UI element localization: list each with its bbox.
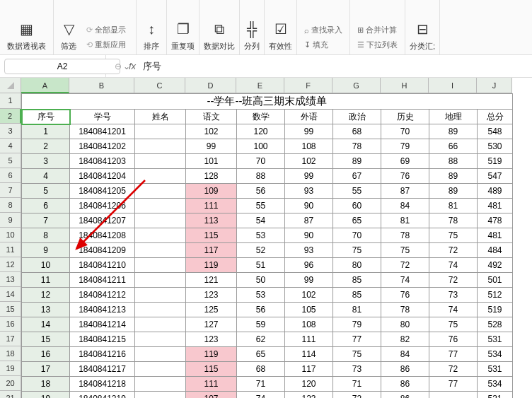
data-cell[interactable]: 86 [381, 362, 429, 377]
data-cell[interactable]: 86 [381, 377, 429, 392]
row-header[interactable]: 17 [0, 332, 21, 346]
data-cell[interactable]: 55 [333, 184, 381, 199]
data-cell[interactable]: 89 [429, 124, 478, 139]
data-cell[interactable]: 18 [22, 377, 70, 392]
data-cell[interactable]: 56 [237, 303, 285, 317]
data-cell[interactable]: 530 [478, 139, 513, 154]
data-cell[interactable]: 70 [381, 124, 429, 139]
title-cell[interactable]: --学年--班高三期末成绩单 [22, 94, 513, 110]
data-cell[interactable]: 78 [381, 303, 429, 317]
data-cell[interactable]: 117 [186, 243, 237, 258]
row-header[interactable]: 18 [0, 346, 21, 361]
data-cell[interactable]: 1840841209 [70, 243, 135, 258]
row-header[interactable]: 7 [0, 183, 21, 198]
row-header[interactable]: 5 [0, 153, 21, 168]
data-cell[interactable]: 80 [333, 258, 381, 273]
data-cell[interactable]: 519 [478, 154, 513, 169]
showall-button[interactable]: ⟳全部显示 [83, 23, 129, 37]
data-cell[interactable]: 72 [429, 273, 478, 288]
data-cell[interactable]: 102 [285, 288, 333, 303]
filter-button[interactable]: ▽ 筛选 [61, 20, 76, 52]
data-cell[interactable]: 55 [237, 199, 285, 213]
data-cell[interactable]: 89 [333, 154, 381, 169]
data-cell[interactable]: 14 [22, 317, 70, 332]
data-cell[interactable]: 99 [285, 273, 333, 288]
data-cell[interactable]: 70 [333, 228, 381, 243]
data-cell[interactable]: 78 [429, 213, 478, 228]
data-cell[interactable] [135, 347, 186, 362]
data-cell[interactable]: 8 [22, 228, 70, 243]
cancel-icon[interactable]: ⊖ [115, 62, 122, 71]
data-cell[interactable]: 9 [22, 243, 70, 258]
data-cell[interactable]: 81 [381, 213, 429, 228]
data-cell[interactable]: 99 [186, 139, 237, 154]
data-cell[interactable]: 1840841206 [70, 199, 135, 213]
data-cell[interactable]: 52 [237, 243, 285, 258]
reapply-button[interactable]: ⟲重新应用 [83, 38, 129, 52]
data-cell[interactable]: 15 [22, 332, 70, 347]
header-cell[interactable]: 数学 [237, 110, 285, 124]
data-cell[interactable]: 84 [381, 199, 429, 213]
data-cell[interactable]: 89 [429, 184, 478, 199]
col-header[interactable]: G [332, 78, 381, 93]
data-cell[interactable]: 76 [381, 288, 429, 303]
data-cell[interactable] [135, 288, 186, 303]
data-cell[interactable]: 17 [22, 362, 70, 377]
data-cell[interactable]: 72 [333, 392, 381, 399]
data-cell[interactable]: 1840841218 [70, 377, 135, 392]
data-cell[interactable]: 1840841212 [70, 288, 135, 303]
data-cell[interactable]: 79 [381, 139, 429, 154]
col-header[interactable]: B [69, 78, 134, 93]
data-cell[interactable]: 107 [186, 392, 237, 399]
data-cell[interactable]: 3 [22, 154, 70, 169]
data-cell[interactable]: 93 [285, 243, 333, 258]
data-cell[interactable]: 6 [22, 199, 70, 213]
row-header[interactable]: 2 [0, 109, 21, 124]
data-cell[interactable]: 77 [333, 332, 381, 347]
data-cell[interactable]: 99 [285, 169, 333, 184]
data-cell[interactable]: 19 [22, 392, 70, 399]
data-cell[interactable]: 127 [186, 317, 237, 332]
data-cell[interactable]: 1840841203 [70, 154, 135, 169]
data-cell[interactable]: 86 [381, 392, 429, 399]
row-header[interactable]: 12 [0, 257, 21, 272]
data-cell[interactable]: 11 [22, 273, 70, 288]
data-cell[interactable]: 489 [478, 184, 513, 199]
data-cell[interactable]: 119 [186, 347, 237, 362]
data-cell[interactable]: 115 [186, 228, 237, 243]
col-header[interactable]: C [134, 78, 185, 93]
row-header[interactable]: 9 [0, 213, 21, 228]
data-cell[interactable]: 111 [186, 377, 237, 392]
data-cell[interactable]: 1840841217 [70, 362, 135, 377]
data-cell[interactable]: 531 [478, 332, 513, 347]
data-cell[interactable]: 93 [285, 184, 333, 199]
data-cell[interactable]: 534 [478, 377, 513, 392]
data-cell[interactable]: 528 [478, 317, 513, 332]
data-cell[interactable] [135, 332, 186, 347]
data-cell[interactable]: 125 [186, 303, 237, 317]
data-cell[interactable]: 73 [333, 362, 381, 377]
data-cell[interactable]: 54 [237, 213, 285, 228]
row-header[interactable]: 3 [0, 124, 21, 139]
data-cell[interactable]: 96 [285, 258, 333, 273]
data-cell[interactable] [135, 392, 186, 399]
data-cell[interactable]: 120 [237, 124, 285, 139]
data-cell[interactable]: 90 [285, 228, 333, 243]
data-cell[interactable]: 5 [22, 184, 70, 199]
pivot-button[interactable]: ▦ 数据透视表 [0, 0, 54, 54]
data-cell[interactable]: 101 [186, 154, 237, 169]
data-cell[interactable] [135, 228, 186, 243]
merge-button[interactable]: ⊞合并计算 [354, 23, 400, 37]
data-cell[interactable]: 87 [285, 213, 333, 228]
header-cell[interactable]: 地理 [429, 110, 478, 124]
row-header[interactable]: 8 [0, 198, 21, 213]
fx-icon[interactable]: fx [129, 61, 136, 71]
cells-area[interactable]: --学年--班高三期末成绩单序号学号姓名语文数学外语政治历史地理总分118408… [21, 93, 513, 398]
data-cell[interactable]: 53 [237, 228, 285, 243]
data-cell[interactable]: 1 [22, 124, 70, 139]
header-cell[interactable]: 总分 [478, 110, 513, 124]
data-cell[interactable]: 547 [478, 169, 513, 184]
data-cell[interactable]: 4 [22, 169, 70, 184]
data-cell[interactable]: 1840841210 [70, 258, 135, 273]
row-header[interactable]: 13 [0, 272, 21, 287]
